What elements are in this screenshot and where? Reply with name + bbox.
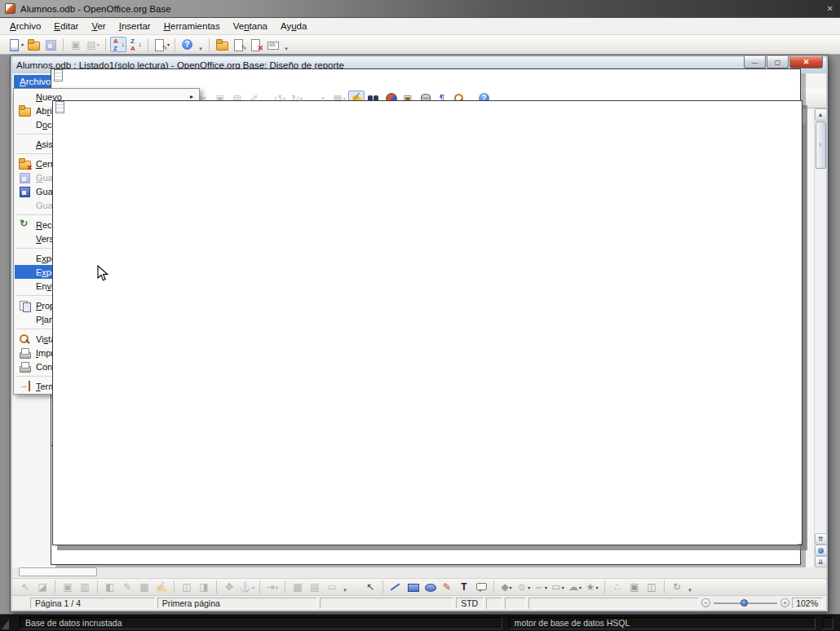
zoom-slider-thumb[interactable] (741, 599, 748, 607)
outer-window-title: Alumnos.odb - OpenOffice.org Base (20, 4, 171, 14)
status-page-number[interactable]: Página 1 / 4 (30, 598, 155, 609)
zoom-slider[interactable]: − + (701, 598, 789, 607)
status-empty-field (822, 617, 833, 629)
block-arrows-icon[interactable]: ⇔▾ (533, 580, 549, 595)
scroll-up-icon[interactable]: ▲ (815, 108, 827, 121)
maximize-button[interactable]: ▢ (767, 56, 789, 68)
ellipse-icon[interactable] (422, 580, 438, 595)
page-preview-icon[interactable]: ◨ (196, 580, 212, 595)
callouts-icon[interactable]: ☁▾ (567, 580, 583, 595)
close-icon[interactable]: ✕ (827, 4, 833, 13)
sort-ascending-icon[interactable]: ↓ (110, 37, 126, 52)
menu-archivo[interactable]: Archivo (3, 19, 47, 33)
helplines-icon[interactable]: ▭ (324, 580, 340, 595)
delete-object-icon[interactable] (248, 37, 264, 52)
from-file-icon[interactable]: ◫ (643, 580, 660, 595)
stars-icon[interactable]: ★▾ (584, 580, 600, 595)
toolbar-separator (175, 38, 175, 51)
previous-page-icon[interactable]: ⇈ (815, 533, 827, 545)
toolbar-separator (216, 580, 217, 593)
signature-icon[interactable]: ✍ (153, 580, 170, 595)
toolbar-overflow-icon[interactable]: ▾ (341, 585, 349, 595)
status-zoom-level[interactable]: 102% (792, 598, 823, 609)
archivo-menu-dropdown: Nuevo▸Abrir...Ctrl+ADocumentos recientes… (13, 88, 200, 395)
points-icon[interactable]: ∴ (609, 580, 626, 595)
select-pointer-icon[interactable]: ↖ (17, 580, 33, 595)
fontwork-icon[interactable]: ▣ (626, 580, 643, 595)
sort-descending-icon[interactable]: ↓ (127, 37, 144, 52)
menu-ventana[interactable]: Ventana (227, 19, 274, 33)
open-icon (18, 105, 36, 117)
menu-editar[interactable]: Editar (47, 19, 85, 33)
display-grid-icon[interactable]: ▦ (290, 580, 306, 595)
open-database-object-icon[interactable] (214, 37, 230, 52)
bottom-toolbar: ↖◪▣▥◧✎▦✍◫◨✥⚓▾⇥▾▦▤▭▾ ↖✎T◆▾☺▾⇔▾▭▾☁▾★▾∴▣◫↻▾ (12, 578, 826, 595)
toolbar-separator (382, 580, 383, 593)
save-icon[interactable] (42, 37, 59, 52)
callout-icon[interactable] (473, 580, 489, 595)
symbol-shapes-icon[interactable]: ☺▾ (515, 580, 532, 595)
status-database-type: Base de datos incrustada (20, 617, 502, 629)
label-field-icon[interactable]: ◪ (34, 580, 51, 595)
xml-form-icon[interactable]: ◧ (102, 580, 118, 595)
minimize-button[interactable]: — (744, 56, 766, 68)
status-empty-cell (505, 598, 526, 609)
menu-item-exportar[interactable]: →Exportar... (15, 251, 198, 265)
toolbar-overflow-icon[interactable]: ▾ (282, 44, 290, 54)
close-document-icon: ✕ (18, 158, 36, 170)
snap-grid-icon[interactable]: ▤ (307, 580, 323, 595)
toolbar-separator (493, 580, 494, 593)
toolbar-overflow-icon[interactable]: ▾ (686, 585, 694, 595)
table-control-icon[interactable]: ▦ (136, 580, 153, 595)
zoom-in-icon[interactable]: + (780, 598, 789, 607)
status-database-engine: motor de base de datos HSQL (509, 617, 816, 629)
help-icon[interactable] (179, 37, 196, 52)
select-icon[interactable]: ↖ (362, 580, 378, 595)
next-page-icon[interactable]: ⇊ (815, 556, 827, 567)
open-document-icon[interactable] (25, 37, 42, 52)
rotate-icon[interactable]: ↻ (669, 580, 685, 595)
printer-settings-icon (18, 361, 36, 373)
text-box-icon[interactable]: ▥ (77, 580, 93, 595)
edit-object-icon[interactable] (231, 37, 247, 52)
save-icon (18, 172, 36, 183)
toolbar-overflow-icon[interactable]: ▾ (197, 44, 205, 54)
save-copy-icon (18, 186, 36, 197)
page-tab[interactable] (19, 567, 97, 576)
close-button[interactable]: ✕ (789, 56, 823, 68)
freeform-line-icon[interactable]: ✎ (439, 580, 455, 595)
toolbar-separator (55, 580, 55, 593)
move-icon[interactable]: ✥ (221, 580, 237, 595)
status-empty-cell (320, 598, 453, 609)
rectangle-icon[interactable] (405, 580, 421, 595)
inner-title-bar: Alumnos.odb : Listado1(solo lectura) - O… (12, 57, 826, 73)
new-database-icon[interactable]: ▾ (7, 37, 24, 52)
rename-object-icon[interactable] (265, 37, 281, 52)
paste-icon[interactable]: ▤▾ (85, 37, 101, 52)
copy-icon[interactable]: ▣ (68, 37, 84, 52)
status-std-mode[interactable]: STD (456, 598, 484, 609)
anchor-icon[interactable]: ⚓▾ (238, 580, 255, 595)
line-icon[interactable] (387, 580, 404, 595)
zoom-out-icon[interactable]: − (701, 598, 710, 607)
status-empty-cell (528, 598, 699, 609)
edit-document-icon[interactable]: ✎ (119, 580, 135, 595)
outer-menu-bar: ArchivoEditarVerInsertarHerramientasVent… (0, 18, 840, 35)
flowchart-icon[interactable]: ▭▾ (550, 580, 566, 595)
text-icon[interactable]: T (456, 580, 472, 595)
menu-herramientas[interactable]: Herramientas (157, 19, 227, 33)
align-icon[interactable]: ⇥▾ (264, 580, 281, 595)
vertical-scrollbar[interactable]: ▲ ≡ ⇈ ⇊ (814, 108, 826, 567)
toolbar-separator (148, 38, 148, 51)
new-form-icon[interactable]: ▾ (153, 37, 170, 52)
menu-ayuda[interactable]: Ayuda (274, 19, 313, 33)
scrollbar-thumb[interactable]: ≡ (816, 121, 826, 169)
basic-shapes-icon[interactable]: ◆▾ (498, 580, 515, 595)
inner-status-bar: Página 1 / 4 Primera página STD − + 102% (12, 595, 826, 610)
navigation-icon[interactable] (815, 545, 827, 556)
toolbar-separator (664, 580, 665, 593)
group-box-icon[interactable]: ▣ (60, 580, 76, 595)
menu-ver[interactable]: Ver (85, 19, 112, 33)
menu-insertar[interactable]: Insertar (113, 19, 157, 33)
export-report-icon[interactable]: ◫ (179, 580, 195, 595)
